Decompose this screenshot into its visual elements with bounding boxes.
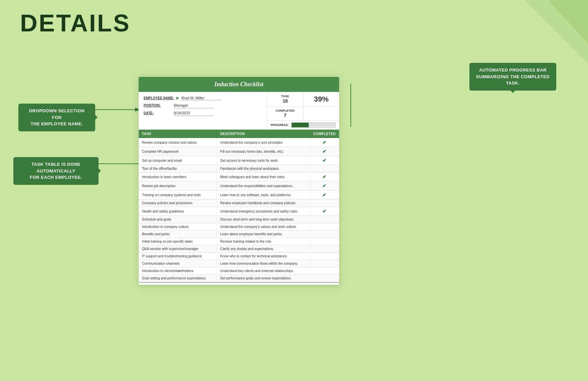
task-description: Review employee handbook and company pol…: [217, 200, 310, 207]
table-row: Q&A session with supervisor/managerClari…: [139, 245, 339, 253]
task-description: Understand the company's core principles…: [217, 138, 310, 147]
task-name: Initial training on job-specific tasks: [139, 238, 217, 245]
table-row: Company policies and proceduresReview em…: [139, 200, 339, 207]
date-row: DATE: 8/24/2023: [144, 111, 262, 116]
checkmark-icon: ✔: [322, 209, 326, 214]
task-description: Understand the company's values and work…: [217, 223, 310, 231]
task-completed: ✔: [310, 147, 339, 156]
table-row: Tour of the office/facilityFamiliarize w…: [139, 165, 339, 172]
svg-marker-1: [548, 0, 588, 43]
task-description: Discuss short-term and long-term work ob…: [217, 216, 310, 223]
position-row: POSITION: Manager: [144, 103, 262, 108]
table-row: Health and safety guidelinesUnderstand e…: [139, 207, 339, 216]
task-name: Goal setting and performance expectation…: [139, 275, 217, 282]
table-row: Set up computer and emailGet access to n…: [139, 156, 339, 165]
task-count-value: 18: [283, 98, 288, 104]
table-row: Schedule and goalsDiscuss short-term and…: [139, 216, 339, 223]
task-description: Familiarize with the physical workspace.: [217, 165, 310, 172]
col-task: TASK: [139, 130, 217, 138]
table-row: Introduction to company cultureUnderstan…: [139, 223, 339, 231]
task-name: Q&A session with supervisor/manager: [139, 245, 217, 253]
task-completed: ✔: [310, 138, 339, 147]
employee-arrow-icon: ➤: [175, 95, 179, 101]
table-row: Initial training on job-specific tasksRe…: [139, 238, 339, 245]
task-name: Complete HR paperwork: [139, 147, 217, 156]
task-name: Tour of the office/facility: [139, 165, 217, 172]
progress-bar-container: [291, 122, 336, 128]
task-description: Get access to necessary tools for work.: [217, 156, 310, 165]
table-row: Complete HR paperworkFill out necessary …: [139, 147, 339, 156]
table-row: IT support and troubleshooting guidanceK…: [139, 253, 339, 260]
task-description: Learn about employee benefits and perks.: [217, 231, 310, 238]
completed-count-label: COMPLETED: [271, 109, 300, 112]
tooltip-progress-line1: AUTOMATED PROGRESS BAR: [479, 68, 547, 73]
task-name: Introduction to company culture: [139, 223, 217, 231]
task-completed: [310, 223, 339, 231]
task-completed: [310, 238, 339, 245]
card-footer: [139, 282, 339, 285]
task-name: Company policies and procedures: [139, 200, 217, 207]
percent-value: 39%: [314, 95, 328, 104]
table-row: Review job descriptionUnderstand the res…: [139, 181, 339, 190]
table-row: Communication channelsLearn how communic…: [139, 260, 339, 267]
checkmark-icon: ✔: [322, 183, 326, 188]
checklist-card: Induction Checklist EMPLOYEE NAME: ➤ Bra…: [139, 77, 339, 285]
task-name: IT support and troubleshooting guidance: [139, 253, 217, 260]
employee-label: EMPLOYEE NAME:: [144, 96, 174, 100]
table-header-row: TASK DESCRIPTION COMPLETED: [139, 130, 339, 138]
task-name: Set up computer and email: [139, 156, 217, 165]
task-count-label: TASK: [271, 95, 300, 98]
task-completed: [310, 216, 339, 223]
tooltip-progress: AUTOMATED PROGRESS BAR SUMMARIZING THE C…: [469, 63, 556, 91]
task-completed: ✔: [310, 172, 339, 181]
table-row: Benefits and perksLearn about employee b…: [139, 231, 339, 238]
task-completed: [310, 267, 339, 275]
task-completed: [310, 165, 339, 172]
task-completed: ✔: [310, 190, 339, 200]
task-description: Learn how to use software, tools, and pl…: [217, 190, 310, 200]
task-name: Review company mission and values: [139, 138, 217, 147]
task-name: Schedule and goals: [139, 216, 217, 223]
tooltip-dropdown: DROPDOWN SELECTION FOR THE EMPLOYEE NAME…: [18, 104, 95, 131]
col-description: DESCRIPTION: [217, 130, 310, 138]
task-name: Communication channels: [139, 260, 217, 267]
task-description: Understand the responsibilities and expe…: [217, 181, 310, 190]
date-label: DATE:: [144, 111, 174, 115]
task-description: Receive training related to the role.: [217, 238, 310, 245]
task-description: Clarify any doubts and expectations.: [217, 245, 310, 253]
table-row: Introduction to clients/stakeholdersUnde…: [139, 267, 339, 275]
checkmark-icon: ✔: [322, 192, 326, 198]
task-completed: [310, 200, 339, 207]
task-completed: [310, 253, 339, 260]
checkmark-icon: ✔: [322, 140, 326, 145]
progress-bar-fill: [292, 123, 309, 127]
page-title: DETAILS: [20, 9, 131, 37]
decorative-triangles: [494, 0, 588, 64]
progress-label: PROGRESS:: [271, 123, 289, 127]
task-description: Learn how communication flows within the…: [217, 260, 310, 267]
checkmark-icon: ✔: [322, 174, 326, 179]
checklist-title: Induction Checklist: [139, 77, 339, 92]
task-name: Review job description: [139, 181, 217, 190]
task-description: Meet colleagues and learn about their ro…: [217, 172, 310, 181]
table-row: Introduction to team membersMeet colleag…: [139, 172, 339, 181]
checkmark-icon: ✔: [322, 158, 326, 163]
table-row: Review company mission and valuesUnderst…: [139, 138, 339, 147]
task-description: Understand emergency procedures and safe…: [217, 207, 310, 216]
tooltip-task-line2: FOR EACH EMPLOYEE.: [30, 175, 82, 180]
checkmark-icon: ✔: [322, 149, 326, 154]
task-name: Introduction to clients/stakeholders: [139, 267, 217, 275]
task-description: Set performance goals and review expecta…: [217, 275, 310, 282]
position-label: POSITION:: [144, 104, 174, 107]
task-completed: ✔: [310, 156, 339, 165]
task-name: Health and safety guidelines: [139, 207, 217, 216]
tooltip-task-line1: TASK TABLE IS DONE AUTOMATICALLY: [31, 162, 80, 173]
svg-marker-0: [525, 0, 588, 64]
checklist-table: TASK DESCRIPTION COMPLETED Review compan…: [139, 130, 339, 282]
tooltip-progress-line2: SUMMARIZING THE COMPLETED TASK.: [476, 74, 550, 86]
employee-value: Brad W. Miller: [181, 96, 222, 100]
position-value: Manager: [174, 103, 214, 108]
date-value: 8/24/2023: [174, 111, 214, 116]
task-name: Training on company systems and tools: [139, 190, 217, 200]
employee-name-row: EMPLOYEE NAME: ➤ Brad W. Miller: [144, 95, 262, 101]
